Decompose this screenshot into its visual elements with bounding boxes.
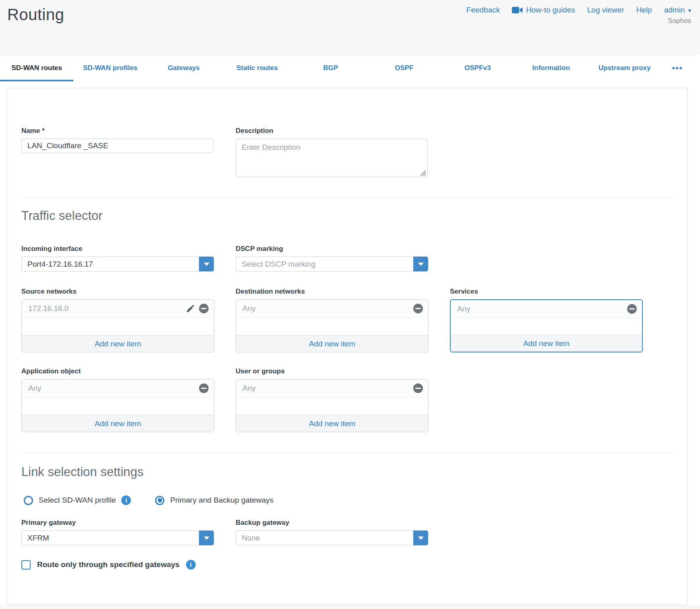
incoming-interface-value: Port4-172.16.16.17 xyxy=(22,257,199,271)
link-selection-heading: Link selection settings xyxy=(21,465,673,479)
add-new-item-button[interactable]: Add new item xyxy=(236,415,428,432)
services-group: Services Any Add new item xyxy=(450,288,643,352)
add-new-item-button[interactable]: Add new item xyxy=(22,415,214,432)
edit-pencil-icon[interactable] xyxy=(186,304,195,313)
add-new-item-button[interactable]: Add new item xyxy=(451,335,642,352)
info-icon[interactable]: i xyxy=(186,560,196,570)
destination-networks-label: Destination networks xyxy=(236,288,429,296)
list-item: 172.16.16.0 xyxy=(22,300,214,318)
feedback-label: Feedback xyxy=(466,6,500,14)
chevron-down-icon[interactable] xyxy=(199,257,214,271)
route-only-checkbox[interactable] xyxy=(21,560,31,570)
user-or-groups-label: User or groups xyxy=(236,367,429,375)
itembox-empty-area xyxy=(22,398,214,415)
link-selection-radio-group: Select SD-WAN profile i Primary and Back… xyxy=(24,495,673,505)
tab-sd-wan-profiles[interactable]: SD-WAN profiles xyxy=(73,55,147,81)
application-object-box: Any Add new item xyxy=(21,379,214,432)
tab-bar: SD-WAN routes SD-WAN profiles Gateways S… xyxy=(0,55,694,81)
dscp-marking-placeholder: Select DSCP marking xyxy=(236,257,413,271)
log-viewer-link[interactable]: Log viewer xyxy=(587,6,624,14)
header: Routing Feedback How-to guides Log viewe… xyxy=(0,0,700,55)
radio-sdwan-profile[interactable] xyxy=(24,496,33,505)
backup-gateway-dropdown[interactable]: None xyxy=(236,530,428,545)
list-item: Any xyxy=(22,379,214,398)
resize-grip-icon[interactable] xyxy=(420,170,426,176)
page-bottom-strip xyxy=(0,605,700,609)
itembox-empty-area xyxy=(236,398,428,415)
radio-sdwan-profile-label: Select SD-WAN profile xyxy=(39,496,116,505)
tab-gateways[interactable]: Gateways xyxy=(147,55,220,81)
info-icon[interactable]: i xyxy=(121,495,131,505)
services-label: Services xyxy=(450,288,643,296)
how-to-guides-link[interactable]: How-to guides xyxy=(512,6,575,14)
section-divider xyxy=(21,197,673,197)
tab-static-routes[interactable]: Static routes xyxy=(220,55,294,81)
chevron-down-icon: ▾ xyxy=(688,7,691,13)
incoming-interface-group: Incoming interface Port4-172.16.16.17 xyxy=(21,245,214,271)
tab-upstream-proxy[interactable]: Upstream proxy xyxy=(588,55,661,81)
add-new-item-button[interactable]: Add new item xyxy=(236,335,428,352)
remove-minus-icon[interactable] xyxy=(413,383,423,394)
admin-label: admin xyxy=(664,6,685,14)
itembox-empty-area xyxy=(22,318,214,335)
remove-minus-icon[interactable] xyxy=(199,383,209,394)
brand-text: Sophos xyxy=(466,17,691,25)
radio-primary-backup-gateways[interactable] xyxy=(155,496,164,505)
page-title: Routing xyxy=(7,6,64,55)
tab-bgp[interactable]: BGP xyxy=(294,55,367,81)
list-item: Any xyxy=(236,300,428,318)
destination-networks-box: Any Add new item xyxy=(236,299,429,352)
dscp-marking-label: DSCP marking xyxy=(236,245,429,253)
radio-option-primary-backup[interactable]: Primary and Backup gateways xyxy=(155,496,273,505)
help-link[interactable]: Help xyxy=(636,6,652,14)
user-or-groups-group: User or groups Any Add new item xyxy=(236,367,429,432)
tab-more-ellipsis[interactable]: ••• xyxy=(661,55,694,81)
tab-ospf[interactable]: OSPF xyxy=(367,55,441,81)
list-item: Any xyxy=(236,379,428,398)
tab-sd-wan-routes[interactable]: SD-WAN routes xyxy=(0,55,73,81)
description-label: Description xyxy=(236,127,429,135)
chevron-down-icon[interactable] xyxy=(199,530,214,545)
name-field-group: Name * xyxy=(21,127,214,179)
destination-network-item: Any xyxy=(242,304,413,313)
primary-gateway-dropdown[interactable]: XFRM xyxy=(21,530,214,545)
chevron-down-icon[interactable] xyxy=(413,257,428,271)
user-or-groups-item: Any xyxy=(242,384,413,393)
radio-option-sdwan-profile[interactable]: Select SD-WAN profile i xyxy=(24,495,131,505)
top-navigation: Feedback How-to guides Log viewer Help a… xyxy=(466,6,691,55)
primary-gateway-group: Primary gateway XFRM xyxy=(21,519,214,545)
feedback-link[interactable]: Feedback xyxy=(466,6,500,14)
name-input[interactable] xyxy=(21,139,213,153)
primary-gateway-value: XFRM xyxy=(22,531,199,545)
dscp-marking-dropdown[interactable]: Select DSCP marking xyxy=(236,257,428,271)
application-object-label: Application object xyxy=(21,367,214,375)
chevron-down-icon[interactable] xyxy=(413,530,428,545)
remove-minus-icon[interactable] xyxy=(627,304,637,314)
source-network-item: 172.16.16.0 xyxy=(28,304,186,313)
route-only-checkbox-row: Route only through specified gateways i xyxy=(21,560,673,570)
services-box: Any Add new item xyxy=(450,299,643,352)
how-to-guides-label: How-to guides xyxy=(526,6,575,14)
backup-gateway-value: None xyxy=(236,531,413,545)
application-object-group: Application object Any Add new item xyxy=(21,367,214,432)
primary-gateway-label: Primary gateway xyxy=(21,519,214,527)
destination-networks-group: Destination networks Any Add new item xyxy=(236,288,429,352)
itembox-empty-area xyxy=(236,318,428,335)
route-only-checkbox-label: Route only through specified gateways xyxy=(37,560,180,569)
admin-menu[interactable]: admin ▾ xyxy=(664,6,691,14)
remove-minus-icon[interactable] xyxy=(413,303,423,314)
add-new-item-button[interactable]: Add new item xyxy=(22,335,214,352)
incoming-interface-dropdown[interactable]: Port4-172.16.16.17 xyxy=(21,257,214,271)
remove-minus-icon[interactable] xyxy=(199,303,209,314)
backup-gateway-label: Backup gateway xyxy=(236,519,429,527)
description-textarea[interactable] xyxy=(236,139,428,177)
sd-wan-route-form-panel: Name * Description Traffic selector Inco… xyxy=(6,88,688,605)
tab-ospfv3[interactable]: OSPFv3 xyxy=(441,55,514,81)
tab-information[interactable]: Information xyxy=(514,55,588,81)
source-networks-label: Source networks xyxy=(21,288,214,296)
user-or-groups-box: Any Add new item xyxy=(236,379,429,432)
section-divider xyxy=(21,452,673,453)
incoming-interface-label: Incoming interface xyxy=(21,245,214,253)
radio-primary-backup-label: Primary and Backup gateways xyxy=(170,496,273,505)
log-viewer-label: Log viewer xyxy=(587,6,624,14)
